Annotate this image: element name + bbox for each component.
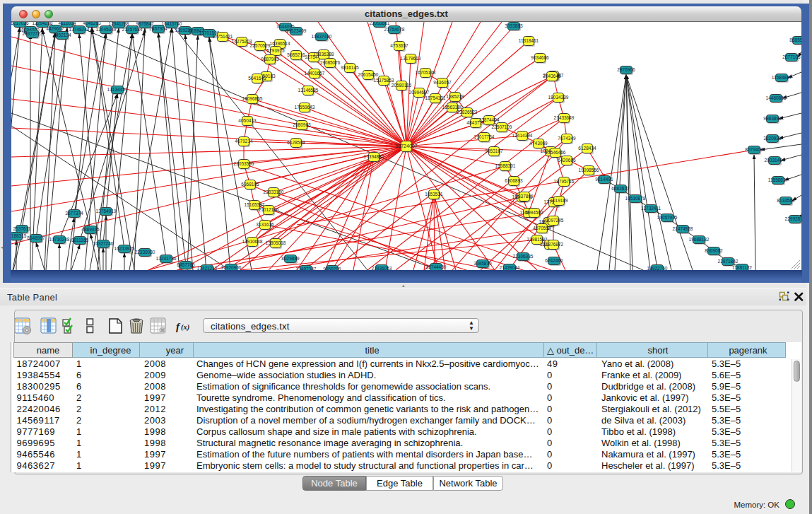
svg-text:18096865: 18096865 [242,96,263,101]
svg-text:8685577: 8685577 [789,37,801,42]
svg-text:21433649: 21433649 [554,115,575,120]
svg-text:2580963: 2580963 [293,122,311,127]
svg-text:21097245: 21097245 [543,218,564,223]
svg-text:16415740: 16415740 [162,22,182,26]
svg-text:19836388: 19836388 [314,52,334,57]
svg-text:16705148: 16705148 [416,70,436,75]
svg-text:23971842: 23971842 [718,259,739,264]
svg-text:23833160: 23833160 [264,189,284,194]
svg-text:2876966: 2876966 [617,67,635,72]
svg-text:11881122: 11881122 [732,265,752,270]
svg-text:2077105: 2077105 [782,54,801,59]
svg-text:1653531: 1653531 [425,192,443,197]
svg-text:11558837: 11558837 [768,177,789,182]
svg-text:16213925: 16213925 [114,246,135,251]
svg-text:15588301: 15588301 [495,163,516,168]
svg-text:(x): (x) [181,323,189,332]
svg-text:6457765: 6457765 [177,262,195,267]
svg-text:23188315: 23188315 [11,233,27,238]
svg-text:6742460: 6742460 [545,258,563,263]
svg-text:20580115: 20580115 [392,83,412,88]
svg-text:22744459: 22744459 [426,264,447,269]
svg-text:22474828: 22474828 [673,226,693,231]
svg-text:5685216: 5685216 [287,52,305,57]
svg-text:9436057: 9436057 [433,80,452,85]
svg-text:22053595: 22053595 [234,161,254,166]
svg-text:f: f [176,321,181,332]
svg-text:15165337: 15165337 [245,202,265,207]
svg-text:10710248: 10710248 [49,237,70,242]
svg-text:9887903: 9887903 [261,57,279,62]
svg-text:20994697: 20994697 [409,90,430,95]
svg-text:13748244: 13748244 [69,27,90,32]
svg-text:23874404: 23874404 [479,117,500,122]
svg-text:13546466: 13546466 [546,150,566,155]
svg-text:11584847: 11584847 [772,75,792,80]
svg-text:22093651: 22093651 [370,22,390,25]
svg-text:13732411: 13732411 [641,206,661,211]
svg-text:1019189: 1019189 [550,198,568,203]
svg-text:9837869: 9837869 [515,194,534,199]
svg-text:20031404: 20031404 [765,158,785,163]
svg-text:13134457: 13134457 [107,87,128,92]
svg-text:13421212: 13421212 [197,266,218,270]
svg-text:4679214: 4679214 [235,139,253,144]
svg-text:16396513: 16396513 [270,41,290,46]
svg-text:11318461: 11318461 [519,38,539,43]
svg-text:5641643: 5641643 [248,76,266,81]
svg-text:6306893: 6306893 [505,178,523,183]
svg-text:4753657: 4753657 [390,43,408,48]
svg-text:12920906: 12920906 [221,265,242,270]
svg-text:22507109: 22507109 [492,124,512,129]
svg-text:23936053: 23936053 [372,266,392,270]
svg-text:6994562: 6994562 [525,210,543,215]
svg-text:9983893: 9983893 [763,116,782,121]
svg-text:17751421: 17751421 [213,34,233,39]
svg-text:23826523: 23826523 [457,110,478,115]
svg-text:19017734: 19017734 [474,134,495,139]
svg-text:2943646: 2943646 [543,74,561,78]
svg-text:19688132: 19688132 [689,237,710,242]
svg-text:3395870: 3395870 [473,261,492,266]
svg-text:13179613: 13179613 [401,56,421,61]
svg-text:7674349: 7674349 [558,136,576,141]
svg-text:19085076: 19085076 [320,60,341,65]
svg-text:10327246: 10327246 [93,241,114,246]
svg-text:2457954: 2457954 [149,26,167,31]
svg-text:2537611: 2537611 [13,226,31,231]
svg-text:8134562: 8134562 [777,198,795,203]
svg-text:20615450: 20615450 [358,72,379,77]
svg-text:8369062: 8369062 [705,248,723,253]
svg-text:3220921: 3220921 [763,136,782,141]
svg-text:6128503: 6128503 [287,140,305,145]
svg-text:13146585: 13146585 [298,88,319,93]
svg-text:11876872: 11876872 [543,242,564,247]
svg-text:4389045: 4389045 [81,227,100,232]
svg-text:18034339: 18034339 [548,95,569,100]
svg-text:14460856: 14460856 [766,95,787,100]
svg-text:16510878: 16510878 [625,196,646,201]
svg-text:21754078: 21754078 [384,27,405,32]
svg-text:22306335: 22306335 [513,254,534,259]
svg-text:14275203: 14275203 [232,39,252,44]
svg-text:9958289: 9958289 [323,267,341,270]
svg-text:13805018: 13805018 [266,240,286,245]
svg-text:18754131: 18754131 [425,95,446,100]
svg-text:18724007: 18724007 [395,144,417,148]
svg-text:4050413: 4050413 [238,118,257,123]
svg-text:19098556: 19098556 [579,168,599,173]
svg-text:22992872: 22992872 [785,216,801,221]
svg-text:23487347: 23487347 [296,267,317,270]
svg-text:20372723: 20372723 [23,31,43,36]
svg-text:13241736: 13241736 [156,256,177,261]
svg-text:19523409: 19523409 [286,28,307,33]
svg-text:5793975: 5793975 [266,48,285,53]
svg-text:3131636: 3131636 [256,222,274,227]
svg-text:8811165: 8811165 [71,238,89,243]
svg-text:9034686: 9034686 [531,55,549,60]
svg-text:4245263: 4245263 [83,22,101,25]
svg-text:14401657: 14401657 [305,71,325,76]
svg-text:8079409: 8079409 [745,147,763,152]
svg-text:10837430: 10837430 [312,34,332,39]
svg-text:9816145: 9816145 [341,65,359,70]
